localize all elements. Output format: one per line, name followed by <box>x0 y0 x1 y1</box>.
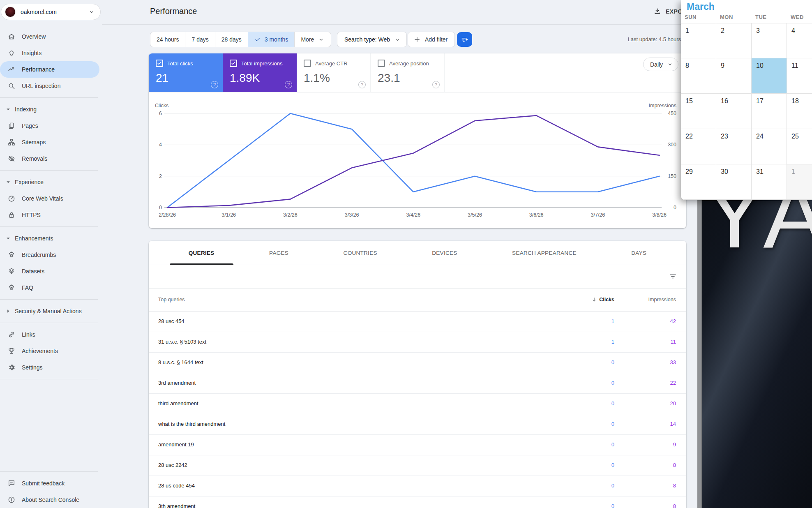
table-row[interactable]: 3rd amendment022 <box>149 373 686 394</box>
checkbox-checked-icon[interactable] <box>156 60 163 67</box>
sidebar-item-label: Sitemaps <box>22 139 46 145</box>
calendar-dow-label: MON <box>716 11 752 20</box>
checkbox-unchecked-icon[interactable] <box>378 60 385 67</box>
granularity-dropdown[interactable]: Daily <box>643 58 678 71</box>
sidebar-item-settings[interactable]: Settings <box>0 359 99 376</box>
table-row[interactable]: amendment 1909 <box>149 435 686 455</box>
sidebar-item-overview[interactable]: Overview <box>0 28 99 45</box>
calendar-day[interactable]: 31 <box>752 164 787 200</box>
range-24-hours[interactable]: 24 hours <box>150 32 185 47</box>
calendar-day[interactable]: 1 <box>681 23 716 58</box>
sidebar-item-url-inspection[interactable]: URL inspection <box>0 78 99 94</box>
help-icon[interactable]: ? <box>358 81 366 88</box>
table-row[interactable]: 28 us code 45408 <box>149 476 686 496</box>
range-28-days[interactable]: 28 days <box>215 32 248 47</box>
sidebar-item-sitemaps[interactable]: Sitemaps <box>0 134 99 150</box>
table-row[interactable]: 31 u.s.c. § 5103 text111 <box>149 332 686 353</box>
table-row[interactable]: what is the third amendment014 <box>149 414 686 435</box>
table-row[interactable]: 8 u.s.c. § 1644 text033 <box>149 353 686 373</box>
checkbox-checked-icon[interactable] <box>230 60 237 67</box>
sidebar-item-removals[interactable]: Removals <box>0 150 99 167</box>
sidebar-section-indexing[interactable]: Indexing <box>0 101 102 118</box>
smart-filter-button[interactable] <box>457 32 472 47</box>
calendar-day[interactable]: 2 <box>716 23 752 58</box>
clicks-line <box>167 113 660 208</box>
calendar-day[interactable]: 23 <box>716 129 752 164</box>
help-icon[interactable]: ? <box>285 81 292 88</box>
tab-pages[interactable]: PAGES <box>250 241 307 265</box>
calendar-day[interactable]: 4 <box>787 23 812 58</box>
sidebar-section-security-manual-actions[interactable]: Security & Manual Actions <box>0 303 102 319</box>
tab-days[interactable]: DAYS <box>612 241 665 265</box>
divider <box>329 35 329 44</box>
query-cell: 31 u.s.c. § 5103 text <box>158 339 206 345</box>
calendar-day[interactable]: 29 <box>681 164 716 200</box>
range-more[interactable]: More <box>294 32 331 47</box>
search-type-chip[interactable]: Search type: Web <box>337 32 407 47</box>
calendar-day[interactable]: 9 <box>716 58 752 94</box>
sidebar-item-insights[interactable]: Insights <box>0 45 99 61</box>
sidebar-item-submit-feedback[interactable]: Submit feedback <box>0 475 99 492</box>
impressions-cell: 42 <box>670 318 676 324</box>
range-label: 7 days <box>191 36 208 43</box>
sidebar-item-core-web-vitals[interactable]: Core Web Vitals <box>0 190 99 207</box>
table-row[interactable]: third amendment020 <box>149 394 686 414</box>
sidebar-item-https[interactable]: HTTPS <box>0 207 99 223</box>
calendar-day[interactable]: 15 <box>681 94 716 129</box>
calendar-day[interactable]: 3 <box>752 23 787 58</box>
sidebar-section-experience[interactable]: Experience <box>0 174 102 190</box>
calendar-day[interactable]: 22 <box>681 129 716 164</box>
divider <box>0 226 98 227</box>
table-row[interactable]: 3th amendment08 <box>149 496 686 508</box>
page-title: Performance <box>150 7 197 16</box>
impressions-line <box>167 115 660 208</box>
range-3-months[interactable]: 3 months <box>248 32 295 47</box>
add-filter-chip[interactable]: Add filter <box>408 32 455 47</box>
calendar-day[interactable]: 30 <box>716 164 752 200</box>
table-row[interactable]: 28 usc 454142 <box>149 312 686 332</box>
range-7-days[interactable]: 7 days <box>185 32 215 47</box>
sidebar-item-label: Datasets <box>22 268 44 275</box>
property-selector[interactable]: oakmorel.com <box>1 4 101 20</box>
checkbox-unchecked-icon[interactable] <box>304 60 311 67</box>
tab-queries[interactable]: QUERIES <box>170 241 233 265</box>
calendar-day[interactable]: 24 <box>752 129 787 164</box>
calendar-day[interactable]: 17 <box>752 94 787 129</box>
site-avatar <box>5 7 16 17</box>
sidebar-item-breadcrumbs[interactable]: Breadcrumbs <box>0 247 99 263</box>
sidebar-item-pages[interactable]: Pages <box>0 118 99 134</box>
dimensions-card: QUERIESPAGESCOUNTRIESDEVICESSEARCH APPEA… <box>149 241 686 508</box>
calendar-day[interactable]: 25 <box>787 129 812 164</box>
info-icon <box>7 496 16 504</box>
filter-list-icon[interactable] <box>669 272 677 281</box>
sidebar-item-links[interactable]: Links <box>0 326 99 343</box>
sidebar-item-faq[interactable]: FAQ <box>0 279 99 296</box>
calendar-day[interactable]: 18 <box>787 94 812 129</box>
sidebar-section-enhancements[interactable]: Enhancements <box>0 230 102 247</box>
tab-countries[interactable]: COUNTRIES <box>325 241 396 265</box>
table-row[interactable]: 28 usc 224208 <box>149 455 686 476</box>
calendar-day[interactable]: 11 <box>787 58 812 94</box>
sidebar-item-performance[interactable]: Performance <box>0 61 99 78</box>
clicks-cell: 1 <box>611 318 614 324</box>
metric-average-ctr[interactable]: Average CTR1.1%? <box>297 53 371 92</box>
caret-down-icon <box>5 106 12 113</box>
calendar-day[interactable]: 10 <box>752 58 787 94</box>
help-icon[interactable]: ? <box>432 81 440 88</box>
calendar-day[interactable]: 8 <box>681 58 716 94</box>
impressions-header[interactable]: Impressions <box>648 297 676 302</box>
clicks-cell: 0 <box>611 380 614 386</box>
tab-devices[interactable]: DEVICES <box>413 241 476 265</box>
metric-tile-header: Average position <box>378 60 444 67</box>
calendar-day[interactable]: 1 <box>787 164 812 200</box>
help-icon[interactable]: ? <box>211 81 218 88</box>
sidebar-item-about-search-console[interactable]: About Search Console <box>0 492 99 508</box>
clicks-header[interactable]: Clicks <box>591 297 614 302</box>
metric-total-impressions[interactable]: Total impressions1.89K? <box>223 53 297 92</box>
calendar-day[interactable]: 16 <box>716 94 752 129</box>
metric-average-position[interactable]: Average position23.1? <box>371 53 445 92</box>
tab-search-appearance[interactable]: SEARCH APPEARANCE <box>493 241 595 265</box>
sidebar-item-datasets[interactable]: Datasets <box>0 263 99 279</box>
metric-total-clicks[interactable]: Total clicks21? <box>149 53 223 92</box>
sidebar-item-achievements[interactable]: Achievements <box>0 343 99 359</box>
